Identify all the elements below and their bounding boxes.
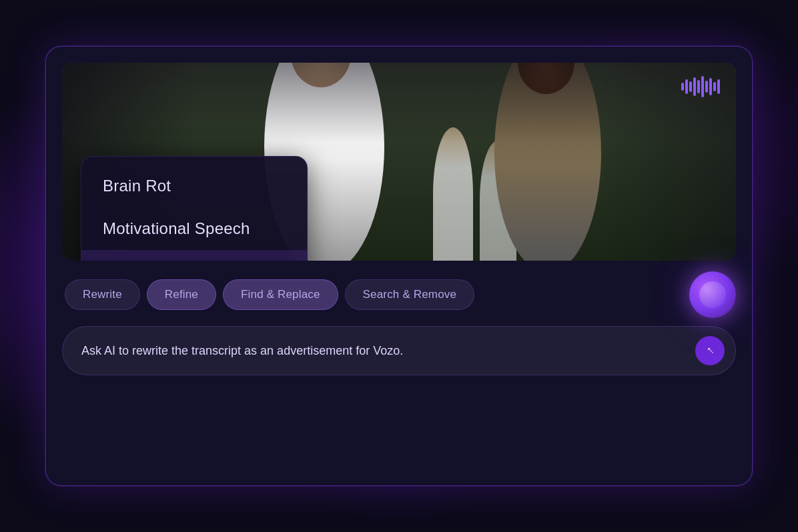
wave-bar-8 xyxy=(709,78,712,95)
refine-button[interactable]: Refine xyxy=(147,279,216,310)
wave-bar-10 xyxy=(717,79,720,94)
send-icon: ↑ xyxy=(703,343,717,357)
wave-bar-2 xyxy=(685,79,688,94)
wave-bar-7 xyxy=(705,81,708,93)
ai-orb[interactable] xyxy=(689,271,736,318)
wave-bar-6 xyxy=(701,76,704,97)
wave-bar-5 xyxy=(697,80,700,93)
input-row: ↑ xyxy=(62,326,736,375)
dropdown-item-motivational-speech[interactable]: Motivational Speech xyxy=(81,207,307,250)
wave-bar-3 xyxy=(689,81,692,92)
dropdown-item-brain-rot[interactable]: Brain Rot xyxy=(81,165,307,207)
dropdown-item-workspace-comedy[interactable]: Workspace Comedy xyxy=(81,250,307,261)
waveform-icon xyxy=(681,76,720,97)
send-button[interactable]: ↑ xyxy=(695,336,725,365)
dropdown-menu: Brain Rot Motivational Speech Workspace … xyxy=(81,156,308,261)
wave-bar-4 xyxy=(693,77,696,96)
bottom-section: Rewrite Refine Find & Replace Search & R… xyxy=(62,271,736,469)
find-replace-button[interactable]: Find & Replace xyxy=(223,279,338,310)
search-remove-button[interactable]: Search & Remove xyxy=(345,279,475,310)
main-card: Brain Rot Motivational Speech Workspace … xyxy=(45,46,753,486)
rewrite-button[interactable]: Rewrite xyxy=(65,279,140,310)
wave-bar-1 xyxy=(681,83,684,91)
actions-container: Rewrite Refine Find & Replace Search & R… xyxy=(62,271,736,318)
ai-input[interactable] xyxy=(81,344,687,358)
video-area: Brain Rot Motivational Speech Workspace … xyxy=(62,63,736,261)
wave-bar-9 xyxy=(713,82,716,91)
actions-row: Rewrite Refine Find & Replace Search & R… xyxy=(62,279,477,310)
